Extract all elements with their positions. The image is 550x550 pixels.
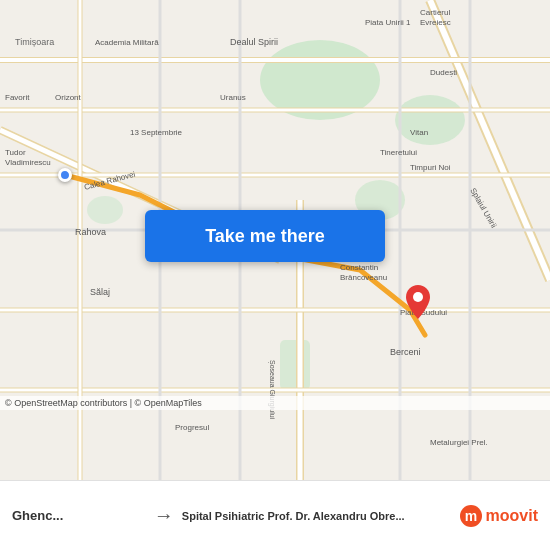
- svg-text:13 Septembrie: 13 Septembrie: [130, 128, 183, 137]
- svg-text:Sălaj: Sălaj: [90, 287, 110, 297]
- svg-text:Uranus: Uranus: [220, 93, 246, 102]
- svg-text:Academia Militară: Academia Militară: [95, 38, 159, 47]
- svg-text:Cartierul: Cartierul: [420, 8, 450, 17]
- svg-rect-4: [280, 340, 310, 390]
- svg-point-56: [413, 292, 423, 302]
- svg-text:Vladimirescu: Vladimirescu: [5, 158, 51, 167]
- from-label: Ghenc...: [12, 508, 146, 523]
- svg-text:Evreiesc: Evreiesc: [420, 18, 451, 27]
- svg-text:Tudor: Tudor: [5, 148, 26, 157]
- svg-text:Metalurgiei Prel.: Metalurgiei Prel.: [430, 438, 488, 447]
- svg-point-5: [87, 196, 123, 224]
- take-me-there-button[interactable]: Take me there: [145, 210, 385, 262]
- svg-text:Constantin: Constantin: [340, 263, 378, 272]
- button-label: Take me there: [205, 226, 325, 247]
- svg-text:Piata Unirii 1: Piata Unirii 1: [365, 18, 411, 27]
- bottom-bar: Ghenc... → Spital Psihiatric Prof. Dr. A…: [0, 480, 550, 550]
- route-from: Ghenc...: [12, 508, 146, 523]
- svg-text:Șoseaua Giurgiului: Șoseaua Giurgiului: [268, 360, 276, 420]
- moovit-brand-label: moovit: [486, 507, 538, 525]
- svg-text:Progresul: Progresul: [175, 423, 209, 432]
- route-to: Spital Psihiatric Prof. Dr. Alexandru Ob…: [182, 510, 450, 522]
- origin-marker: [58, 168, 72, 182]
- svg-text:Orizont: Orizont: [55, 93, 82, 102]
- svg-text:Dealul Spirii: Dealul Spirii: [230, 37, 278, 47]
- svg-text:Timișoara: Timișoara: [15, 37, 54, 47]
- svg-text:m: m: [464, 508, 476, 524]
- map-attribution: © OpenStreetMap contributors | © OpenMap…: [0, 396, 550, 410]
- moovit-logo: m moovit: [450, 505, 538, 527]
- svg-text:Favorit: Favorit: [5, 93, 30, 102]
- svg-text:Tineretului: Tineretului: [380, 148, 417, 157]
- svg-text:Brâncoveanu: Brâncoveanu: [340, 273, 387, 282]
- destination-marker: [406, 285, 430, 323]
- svg-text:Berceni: Berceni: [390, 347, 421, 357]
- svg-text:Timpuri Noi: Timpuri Noi: [410, 163, 451, 172]
- svg-text:Vitan: Vitan: [410, 128, 428, 137]
- arrow-right-icon: →: [154, 504, 174, 527]
- map-container: Timișoara Academia Militară Dealul Spiri…: [0, 0, 550, 480]
- svg-text:Dudești: Dudești: [430, 68, 457, 77]
- svg-point-2: [395, 95, 465, 145]
- to-label: Spital Psihiatric Prof. Dr. Alexandru Ob…: [182, 510, 450, 522]
- svg-text:Rahova: Rahova: [75, 227, 106, 237]
